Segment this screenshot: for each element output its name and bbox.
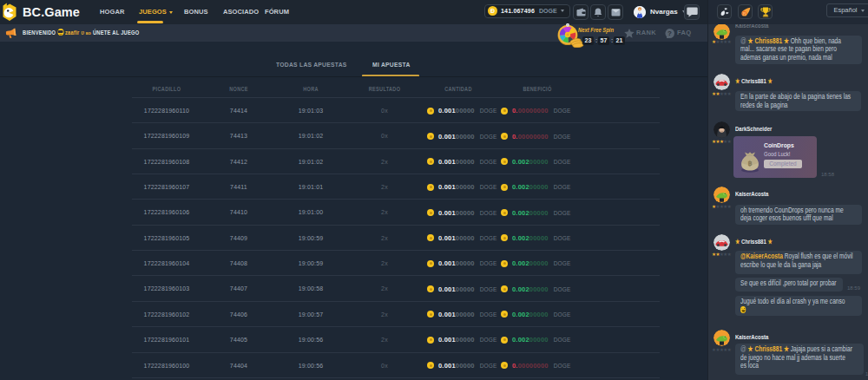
svg-text:B: B bbox=[742, 10, 746, 16]
svg-text:฿: ฿ bbox=[747, 160, 752, 167]
svg-text:?: ? bbox=[667, 29, 672, 37]
